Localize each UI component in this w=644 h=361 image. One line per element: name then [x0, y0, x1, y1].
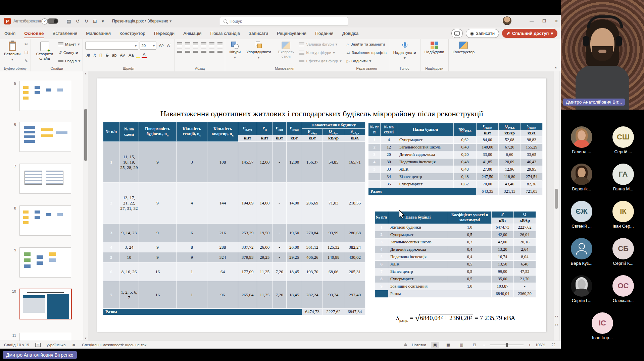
- strikethrough-button[interactable]: S: [105, 53, 109, 58]
- notes-button[interactable]: Нотатки: [412, 343, 426, 347]
- copy-button[interactable]: ❐: [24, 49, 28, 56]
- presenter-view-icon[interactable]: ✕: [35, 343, 41, 347]
- participant-tile[interactable]: ЄЖЄвгеній ...: [571, 194, 592, 231]
- underline-button[interactable]: П: [98, 53, 103, 58]
- highlight-color-button[interactable]: [136, 52, 140, 58]
- character-spacing-button[interactable]: AV: [119, 53, 126, 58]
- bold-button[interactable]: Ж: [85, 53, 91, 58]
- tab-10[interactable]: Рецензування: [273, 27, 311, 39]
- font-name-combo[interactable]: ▾: [85, 42, 138, 50]
- shape-fill-button[interactable]: Заливка фігури▾: [299, 41, 341, 48]
- align-text-icon[interactable]: [217, 49, 222, 53]
- redo-icon[interactable]: ↻: [84, 18, 88, 24]
- format-painter-button[interactable]: ✎: [24, 57, 28, 65]
- tab-7[interactable]: Анімація: [179, 27, 206, 39]
- record-button[interactable]: ◉ Записати: [466, 29, 499, 38]
- cut-button[interactable]: ✂: [24, 41, 28, 48]
- zoom-slider-thumb[interactable]: [506, 343, 508, 347]
- grow-font-button[interactable]: А^: [158, 43, 164, 48]
- section-button[interactable]: Розділ▾: [58, 57, 80, 65]
- speaker-video[interactable]: [561, 0, 644, 110]
- align-left-icon[interactable]: [177, 49, 182, 53]
- tab-12[interactable]: Довідка: [338, 27, 363, 39]
- tab-11[interactable]: Подання: [311, 27, 338, 39]
- align-center-icon[interactable]: [185, 49, 190, 53]
- indent-increase-icon[interactable]: [201, 42, 206, 46]
- participant-tile[interactable]: Галина ...: [571, 120, 592, 157]
- share-button[interactable]: ⇗ Спільний доступ ▾: [502, 29, 557, 38]
- bullets-icon[interactable]: [177, 42, 182, 46]
- font-color-button[interactable]: А: [142, 52, 146, 58]
- find-replace-button[interactable]: ⌕Знайти та замінити: [347, 41, 387, 48]
- slide-thumbnail-6[interactable]: [19, 122, 71, 152]
- paste-button[interactable]: Вставити ▾: [2, 41, 22, 63]
- subscript-button[interactable]: ab: [111, 53, 117, 58]
- tab-5[interactable]: Конструктор: [115, 27, 150, 39]
- addins-button[interactable]: Надбудови: [423, 41, 446, 55]
- normal-view-button[interactable]: ▣: [431, 342, 439, 348]
- zoom-level[interactable]: 106%: [535, 343, 545, 347]
- tab-1[interactable]: Файл: [0, 27, 20, 39]
- user-avatar[interactable]: [503, 16, 511, 25]
- accessibility-status[interactable]: Спеціальні можливості: щось не так: [82, 343, 146, 347]
- new-slide-button[interactable]: Створити слайд: [33, 41, 56, 62]
- indent-decrease-icon[interactable]: [193, 42, 198, 46]
- participant-tile[interactable]: СШСергій ...: [612, 120, 634, 157]
- layout-button[interactable]: Макет▾: [58, 41, 80, 48]
- zoom-out-button[interactable]: −: [483, 343, 486, 347]
- minimize-button[interactable]: —: [530, 19, 534, 23]
- next-slide-button[interactable]: ∨∨: [554, 323, 559, 326]
- thumbnail-scrollbar[interactable]: ▲ ▼: [83, 71, 88, 341]
- shape-outline-button[interactable]: Контур фігури▾: [299, 49, 341, 56]
- numbering-icon[interactable]: [185, 42, 190, 46]
- scroll-up-icon[interactable]: ▲: [84, 72, 87, 75]
- scroll-down-icon[interactable]: ▼: [84, 337, 87, 340]
- title-chevron-icon[interactable]: ▾: [169, 19, 171, 23]
- participant-tile[interactable]: ГАГанна М...: [612, 157, 634, 194]
- select-button[interactable]: ▷Виділити▾: [347, 57, 387, 65]
- quick-styles-button[interactable]: Експрес-стилі: [275, 41, 297, 60]
- shrink-font-button[interactable]: Аˇ: [166, 43, 172, 48]
- zoom-slider[interactable]: [490, 345, 524, 345]
- comments-button[interactable]: [451, 29, 463, 38]
- autosave-toggle[interactable]: ✓: [47, 18, 58, 24]
- replace-fonts-button[interactable]: ⇄Замінення шрифтів: [347, 49, 387, 56]
- reading-view-button[interactable]: ▥: [457, 342, 465, 348]
- arrange-button[interactable]: Упорядкувати▾: [245, 41, 273, 61]
- shape-effects-button[interactable]: Ефекти для фігур▾: [299, 57, 341, 65]
- language-indicator[interactable]: українська: [47, 343, 66, 347]
- slide-sorter-button[interactable]: ▦: [444, 342, 452, 348]
- slide-thumbnail-11[interactable]: [19, 333, 71, 341]
- slide-thumbnail-5[interactable]: [19, 81, 71, 111]
- slide-scrollbar-thumb[interactable]: [555, 189, 558, 209]
- justify-icon[interactable]: [201, 49, 206, 53]
- slide-scrollbar[interactable]: ∧∧ ∨∨: [554, 71, 559, 341]
- participant-tile[interactable]: Веронік...: [571, 157, 592, 194]
- participant-tile[interactable]: Вера Куз...: [571, 231, 593, 268]
- fit-to-window-button[interactable]: ⛶: [550, 342, 557, 348]
- previous-slide-button[interactable]: ∧∧: [554, 315, 559, 318]
- line-spacing-icon[interactable]: [209, 42, 214, 46]
- slide-thumbnail-9[interactable]: [19, 247, 71, 278]
- participant-tile[interactable]: ОСОлексан...: [612, 268, 634, 306]
- slide-thumbnail-8[interactable]: [19, 205, 71, 236]
- maximize-button[interactable]: ❐: [542, 19, 546, 23]
- tab-2[interactable]: Основне: [20, 27, 48, 39]
- tab-6[interactable]: Переходи: [150, 27, 179, 39]
- slideshow-view-button[interactable]: ⊡: [470, 342, 479, 348]
- reset-button[interactable]: ↺Скинути: [58, 49, 80, 56]
- align-right-icon[interactable]: [193, 49, 198, 53]
- undo-icon[interactable]: ↺: [76, 18, 80, 24]
- text-direction-icon[interactable]: [217, 42, 222, 46]
- participant-tile[interactable]: ІКІван Сер...: [612, 194, 634, 231]
- qat-chevron-icon[interactable]: ▾: [102, 18, 104, 24]
- slide-thumbnail-7[interactable]: [19, 164, 71, 194]
- slideshow-icon[interactable]: ⊡: [93, 18, 97, 24]
- participant-tile[interactable]: ІСІван Ігор...: [592, 306, 613, 343]
- designer-button[interactable]: Конструктор: [451, 41, 477, 55]
- tab-9[interactable]: Записати: [244, 27, 273, 39]
- dictate-button[interactable]: Надиктувати▾: [392, 41, 418, 62]
- participant-tile[interactable]: Сергій Г...: [571, 268, 592, 306]
- change-case-button[interactable]: Aa: [128, 53, 135, 58]
- close-button[interactable]: ✕: [555, 19, 558, 23]
